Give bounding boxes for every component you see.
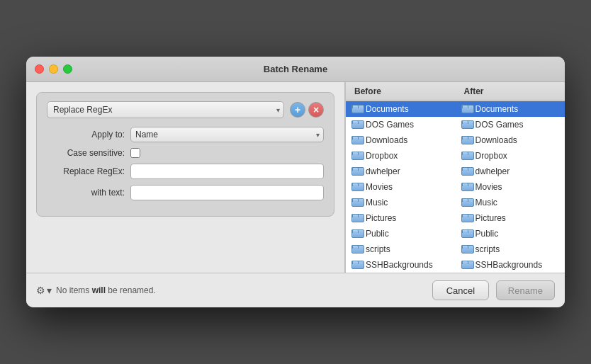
folder-icon-after [461,183,473,191]
after-cell: Public [456,229,565,239]
file-name-before: dwhelper [366,166,400,176]
table-row[interactable]: Music Music [346,195,565,210]
case-sensitive-checkbox[interactable] [130,148,140,158]
status-before: No items [56,285,92,295]
with-text-label: with text: [47,188,125,198]
with-text-row: with text: [47,185,324,200]
before-cell: scripts [346,244,456,254]
bottom-bar: ⚙ ▾ No items will be renamed. Cancel Ren… [26,273,565,307]
file-name-before: Pictures [366,213,396,223]
folder-icon-after [461,261,473,269]
rule-type-wrapper: Replace RegEx Add Text Remove Text Repla… [47,101,284,118]
file-name-after: scripts [475,244,500,254]
apply-to-wrapper: Name Extension Name & Extension [130,127,324,142]
before-cell: Dropbox [346,151,456,161]
folder-icon-after [461,152,473,160]
window-controls [35,64,72,74]
file-name-after: SSHBackgrounds [475,260,543,270]
file-name-before: SSHBackgrounds [366,260,433,270]
folder-icon-after [461,120,473,129]
rule-type-select[interactable]: Replace RegEx Add Text Remove Text Repla… [47,101,284,118]
folder-icon [351,214,363,222]
minimize-button[interactable] [49,64,58,74]
case-sensitive-row: Case sensitive: [47,148,324,158]
right-panel: Before After Documents Documents DOS Gam… [346,82,565,273]
file-name-after: Music [475,198,497,207]
table-row[interactable]: dwhelper dwhelper [346,164,565,179]
file-name-after: Dropbox [475,151,507,161]
folder-icon-after [461,105,473,113]
after-cell: SSHBackgrounds [456,260,565,270]
bottom-left: ⚙ ▾ No items will be renamed. [36,285,156,296]
folder-icon-after [461,198,473,207]
gear-button[interactable]: ⚙ ▾ [36,285,52,296]
file-name-after: Documents [475,104,519,114]
window-body: Replace RegEx Add Text Remove Text Repla… [26,82,565,273]
file-name-after: Public [475,229,499,239]
cancel-button[interactable]: Cancel [432,280,489,300]
file-name-after: Downloads [475,135,517,145]
window-title: Batch Rename [264,64,327,74]
table-row[interactable]: Public Public [346,226,565,241]
table-row[interactable]: Pictures Pictures [346,210,565,226]
file-name-before: Downloads [366,135,407,145]
rule-box: Replace RegEx Add Text Remove Text Repla… [36,92,334,217]
before-cell: Music [346,198,456,207]
apply-to-row: Apply to: Name Extension Name & Extensio… [47,127,324,142]
before-cell: SSHBackgrounds [346,260,456,270]
gear-arrow-icon: ▾ [47,285,52,296]
file-name-before: Public [366,229,389,239]
regex-input[interactable] [130,164,324,179]
before-cell: Documents [346,104,456,114]
apply-to-select[interactable]: Name Extension Name & Extension [130,127,324,142]
table-row[interactable]: SSHBackgrounds SSHBackgrounds [346,257,565,273]
with-text-input[interactable] [130,185,324,200]
before-cell: Public [346,229,456,239]
after-header: After [456,85,565,98]
folder-icon-after [461,167,473,176]
regex-row: Replace RegEx: [47,164,324,179]
table-row[interactable]: Dropbox Dropbox [346,148,565,164]
file-name-after: DOS Games [475,120,524,130]
table-row[interactable]: Documents Documents [346,101,565,117]
folder-icon [351,183,363,191]
folder-icon-after [461,214,473,222]
file-name-before: scripts [366,244,390,254]
folder-icon [351,229,363,238]
table-row[interactable]: Downloads Downloads [346,132,565,148]
file-name-before: Movies [366,182,393,192]
maximize-button[interactable] [63,64,72,74]
table-header: Before After [346,82,565,101]
after-cell: Pictures [456,213,565,223]
close-button[interactable] [35,64,44,74]
rule-actions: + × [290,102,324,118]
before-cell: dwhelper [346,166,456,176]
after-cell: Music [456,198,565,207]
folder-icon [351,120,363,129]
rename-button[interactable]: Rename [496,280,555,300]
table-row[interactable]: DOS Games DOS Games [346,117,565,132]
before-header: Before [346,85,456,98]
file-name-after: dwhelper [475,166,510,176]
before-cell: Pictures [346,213,456,223]
remove-rule-button[interactable]: × [308,102,324,118]
file-name-before: Documents [366,104,409,114]
file-list: Documents Documents DOS Games DOS Games … [346,101,565,273]
after-cell: Downloads [456,135,565,145]
folder-icon [351,245,363,254]
add-rule-button[interactable]: + [290,102,305,118]
table-row[interactable]: scripts scripts [346,241,565,257]
after-cell: Documents [456,104,565,114]
file-name-before: Music [366,198,388,207]
folder-icon-after [461,245,473,254]
case-sensitive-label: Case sensitive: [47,148,125,158]
status-after: be renamed. [106,285,156,295]
table-row[interactable]: Movies Movies [346,179,565,195]
folder-icon [351,152,363,160]
status-bold: will [92,285,106,295]
left-panel: Replace RegEx Add Text Remove Text Repla… [26,82,345,273]
before-cell: Movies [346,182,456,192]
folder-icon [351,105,363,113]
after-cell: Movies [456,182,565,192]
rule-header: Replace RegEx Add Text Remove Text Repla… [47,101,324,118]
